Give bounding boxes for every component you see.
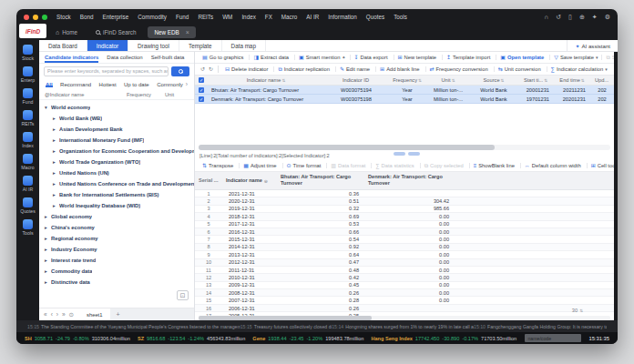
tree-item[interactable]: ▸ China's economy <box>39 222 194 233</box>
menu-item[interactable]: Fund <box>176 14 189 20</box>
sidebar-item[interactable]: Quotes <box>20 197 36 214</box>
data-row[interactable]: 2 2020-12-31 0.51 304.42 <box>195 197 614 205</box>
toolbar-button[interactable]: ∑ Indicator calculation ▾ <box>547 66 611 72</box>
series-column-header[interactable]: Bhutan: Air Transport: Cargo Turnover <box>277 172 364 189</box>
data-row[interactable]: 15 2007-12-31 0.28 0.00 <box>195 297 614 304</box>
first-page-icon[interactable]: « <box>44 311 47 318</box>
data-row[interactable]: 7 2015-12-31 0.54 0.00 <box>195 236 614 243</box>
tree-expand-icon[interactable]: ▸ <box>45 268 51 274</box>
tree-item[interactable]: ▸ Asian Development Bank <box>39 124 194 135</box>
tree-expand-icon[interactable]: ▸ <box>53 203 59 208</box>
toolbar-button[interactable]: ▣ Open template <box>496 55 550 60</box>
menu-item[interactable]: FX <box>265 14 272 20</box>
browser-tab[interactable]: Self-built data <box>151 52 185 63</box>
toolbar-button[interactable]: ⊟ Delete indicator <box>221 66 274 72</box>
last-page-icon[interactable]: » <box>62 311 66 318</box>
page-size-select[interactable]: 30 ⇅ <box>572 308 583 313</box>
toolbar-button[interactable]: ≡ ShowBlank line <box>470 163 521 168</box>
toolbar-button[interactable]: ⊞ Add blank line <box>376 66 425 72</box>
filter-tab[interactable]: Commonly <box>157 82 183 87</box>
row-checkbox[interactable]: ✓ <box>199 96 204 102</box>
select-all-checkbox[interactable]: ✓ <box>199 77 204 83</box>
prev-page-icon[interactable]: ‹ <box>51 311 53 318</box>
tree-expand-icon[interactable]: ▸ <box>53 159 59 165</box>
data-row[interactable]: 12 2010-12-31 0.42 0.00 <box>195 274 614 281</box>
window-close-button[interactable] <box>24 15 29 20</box>
filter-tab[interactable]: Up to date <box>124 82 149 87</box>
window-zoom-button[interactable] <box>42 15 47 20</box>
sidebar-item[interactable]: AI IR <box>23 176 34 192</box>
quote-search-input[interactable]: name/code <box>525 334 581 342</box>
serial-column-header[interactable]: Serial ... <box>195 172 222 189</box>
keyword-search-input[interactable]: Please enter keywords, separated by spac… <box>44 66 169 76</box>
browser-tab[interactable]: Data collection <box>107 52 142 63</box>
sidebar-item[interactable]: REITs <box>22 110 35 126</box>
sort-icon[interactable]: ⇅ <box>452 78 455 83</box>
tree-expand-icon[interactable]: ▸ <box>45 247 51 252</box>
toolbar-button[interactable]: ⧉ Copy selected <box>421 163 470 168</box>
menu-item[interactable]: WM <box>222 14 232 20</box>
toolbar-button[interactable]: ⇄ Frequency conversion <box>426 66 495 72</box>
module-tab[interactable]: Template <box>179 40 222 51</box>
next-page-icon[interactable]: › <box>56 311 58 318</box>
tree-item[interactable]: ▸ Distinctive data <box>39 277 194 288</box>
series-column-header[interactable]: Denmark: Air Transport: Cargo Turnover <box>364 172 455 189</box>
index-quote[interactable]: SH 3058.71 -24.79 -0.80% 310306.04millio… <box>25 336 130 341</box>
sidebar-item[interactable]: Fund <box>23 88 34 105</box>
toolbar-button[interactable]: ↥ Template import <box>443 55 496 60</box>
menu-item[interactable]: Information <box>328 14 357 20</box>
filter-tab[interactable]: All <box>46 82 53 87</box>
panel-resize-handle[interactable] <box>394 152 420 156</box>
tree-expand-icon[interactable]: ▸ <box>53 148 59 154</box>
data-row[interactable]: 5 2017-12-31 0.53 0.00 <box>195 221 614 228</box>
module-tab[interactable]: Data map <box>222 40 266 51</box>
data-row[interactable]: 6 2016-12-31 0.66 0.00 <box>195 228 614 236</box>
headset-icon[interactable]: ∩ <box>544 14 548 20</box>
tree-item[interactable]: ▸ World Trade Organization (WTO) <box>39 157 194 167</box>
column-header[interactable]: Start ti... ⇅ <box>517 77 554 83</box>
tree-expand-icon[interactable]: ▸ <box>53 181 59 187</box>
toolbar-button[interactable]: ↧ Data export <box>351 55 394 60</box>
column-header[interactable]: Unit ⇅ <box>426 77 470 83</box>
menu-item[interactable]: AI IR <box>306 14 319 20</box>
toolbar-button[interactable]: ⇆ Unit conversion <box>495 66 547 72</box>
settings-icon[interactable]: ⚙ <box>605 14 610 20</box>
data-row[interactable]: 9 2013-12-31 0.64 0.00 <box>195 251 614 258</box>
tree-expand-icon[interactable]: ▸ <box>45 236 51 241</box>
tree-item[interactable]: ▸ Global economy <box>39 211 194 222</box>
indicator-row[interactable]: ✓ Bhutan: Air Transport: Cargo Turnover … <box>195 86 614 95</box>
data-row[interactable]: 13 2009-12-31 0.45 0.00 <box>195 282 614 289</box>
toolbar-button[interactable]: ⊙ Time format <box>283 163 328 168</box>
sort-icon[interactable]: ⇅ <box>544 78 547 83</box>
toolbar-button[interactable]: ⧉ Indicator replication <box>274 66 336 72</box>
tree-item[interactable]: ▸ Industry Economy <box>39 244 194 255</box>
news-item[interactable]: 15:15 The Standing Committee of the Yuey… <box>27 324 240 329</box>
row-checkbox[interactable]: ✓ <box>199 87 204 93</box>
news-item[interactable]: 15:10 Fangchenggang Gangfa Holding Group… <box>474 324 607 329</box>
tree-expand-icon[interactable]: ▸ <box>53 170 59 176</box>
tab-home[interactable]: ⌂ Home <box>49 26 84 38</box>
index-quote[interactable]: Gene 1938.44 -23.45 -1.20% 199483.78mill… <box>252 336 363 341</box>
filter-tab[interactable]: Recommand <box>60 82 91 87</box>
menu-item[interactable]: Quotes <box>366 14 384 20</box>
data-row[interactable]: 16 2006-12-31 0.26 <box>195 305 614 312</box>
toolbar-button[interactable]: ↔ Default column width <box>521 163 588 168</box>
tree-item[interactable]: ▾ World economy <box>39 102 194 113</box>
horizontal-scrollbar[interactable] <box>199 145 610 150</box>
menu-item[interactable]: Tools <box>394 14 407 20</box>
menu-item[interactable]: Stock <box>56 14 71 20</box>
column-header[interactable]: Source ⇅ <box>470 77 517 83</box>
redo-icon[interactable]: ↻ <box>207 66 215 72</box>
sidebar-item[interactable]: Enterp <box>21 66 35 83</box>
data-row[interactable]: 10 2012-12-31 0.47 0.00 <box>195 259 614 267</box>
tree-expand-icon[interactable]: ▸ <box>45 279 51 285</box>
menu-item[interactable]: Commodity <box>138 14 167 20</box>
menu-item[interactable]: REITs <box>198 14 213 20</box>
column-header[interactable]: Indicator name ⇅ <box>208 77 324 83</box>
sort-icon[interactable]: ⇅ <box>581 78 585 83</box>
sidebar-item[interactable]: Index <box>22 132 34 148</box>
sidebar-item[interactable]: Macro <box>21 154 34 170</box>
index-quote[interactable]: SZ 9816.68 -123.54 -1.24% 456343.83milli… <box>138 336 245 341</box>
toolbar-button[interactable]: ⊞ Cell tool ▾ <box>588 163 614 168</box>
tree-item[interactable]: ▸ United Nations Conference on Trade and… <box>39 178 194 189</box>
